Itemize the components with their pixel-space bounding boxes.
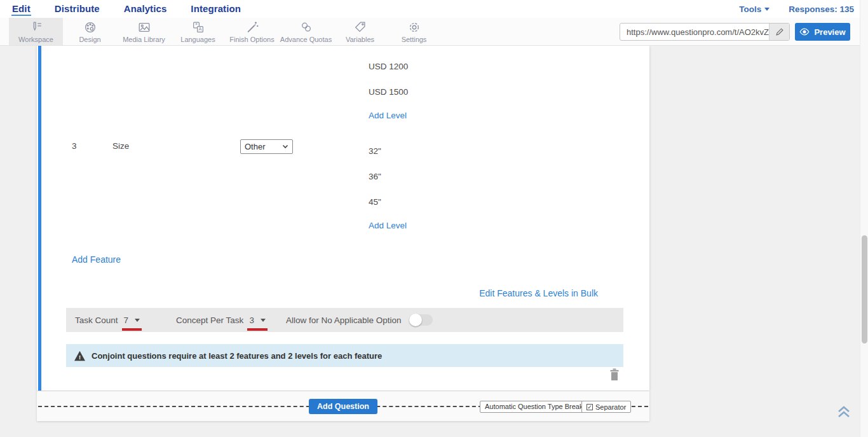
add-feature-link[interactable]: Add Feature	[72, 254, 121, 265]
edit-url-button[interactable]	[769, 24, 789, 40]
toolbar-item-advance-quotas[interactable]: Advance Quotas	[279, 18, 333, 45]
tab-edit[interactable]: Edit	[11, 2, 31, 16]
toolbar-item-variables[interactable]: Variables	[333, 18, 387, 45]
workspace-icon	[29, 20, 43, 34]
concept-per-task-label: Concept Per Task	[176, 316, 243, 325]
pencil-icon	[775, 27, 784, 36]
toolbar-item-label: Advance Quotas	[280, 36, 332, 43]
toolbar-item-label: Media Library	[123, 36, 165, 43]
chevron-down-icon	[764, 8, 770, 11]
selected-question-accent-bar	[38, 46, 41, 391]
feature-type-value: Other	[245, 142, 266, 151]
separator-label: Separator	[595, 403, 626, 411]
task-count-dropdown[interactable]: 7	[124, 316, 140, 325]
concept-per-task-red-underline	[247, 328, 268, 331]
tools-menu[interactable]: Tools	[739, 4, 770, 14]
preview-label: Preview	[814, 27, 845, 37]
survey-url-value: https://www.questionpro.com/t/AO2kvZ	[620, 27, 769, 37]
top-nav: Edit Distribute Analytics Integration To…	[0, 0, 868, 18]
concept-per-task-value: 3	[249, 316, 254, 325]
task-count-value: 7	[124, 316, 129, 325]
warning-text: Conjoint questions require at least 2 fe…	[92, 351, 382, 361]
toolbar-item-label: Settings	[402, 36, 427, 43]
top-nav-tabs: Edit Distribute Analytics Integration	[11, 2, 241, 16]
concept-per-task-dropdown[interactable]: 3	[249, 316, 266, 325]
toolbar-item-design[interactable]: Design	[63, 18, 117, 45]
variables-icon	[353, 20, 367, 34]
add-level-link[interactable]: Add Level	[369, 221, 407, 230]
level-item[interactable]: USD 1200	[369, 62, 408, 71]
toolbar-item-languages[interactable]: * A Languages	[171, 18, 225, 45]
chevron-down-icon	[282, 144, 288, 149]
level-item[interactable]: 45"	[369, 197, 381, 207]
add-level-link[interactable]: Add Level	[369, 111, 407, 120]
toolbar-item-label: Finish Options	[229, 36, 274, 43]
add-question-strip: Add Question Automatic Question Type Bre…	[37, 391, 649, 421]
page-scrollbar-thumb[interactable]	[862, 235, 867, 343]
level-item[interactable]: USD 1500	[369, 87, 408, 97]
media-library-icon	[137, 20, 151, 34]
settings-icon	[407, 20, 421, 34]
toolbar-item-workspace[interactable]: Workspace	[9, 18, 63, 45]
responses-count[interactable]: Responses: 135	[789, 4, 854, 14]
feature-name[interactable]: Size	[112, 141, 129, 151]
task-count-label: Task Count	[75, 316, 118, 325]
toolbar-item-label: Workspace	[18, 36, 53, 43]
languages-icon: * A	[191, 20, 205, 34]
level-item[interactable]: 36"	[369, 172, 381, 181]
add-question-button[interactable]: Add Question	[309, 399, 377, 414]
preview-button[interactable]: Preview	[795, 23, 850, 41]
task-count-red-underline	[122, 328, 142, 331]
toolbar-item-label: Languages	[180, 36, 215, 43]
level-item[interactable]: 32"	[369, 146, 381, 156]
conjoint-warning-banner: ! Conjoint questions require at least 2 …	[66, 344, 623, 367]
svg-text:*: *	[195, 22, 198, 28]
conjoint-controls-bar: Task Count 7 Concept Per Task 3 Allow fo…	[66, 308, 623, 332]
tools-label: Tools	[739, 4, 761, 14]
toolbar-item-finish-options[interactable]: Finish Options	[225, 18, 279, 45]
no-applicable-option-label: Allow for No Applicable Option	[286, 316, 402, 325]
auto-question-type-break-label: Automatic Question Type Break	[480, 401, 588, 413]
survey-url-field[interactable]: https://www.questionpro.com/t/AO2kvZ	[620, 23, 790, 41]
advance-quotas-icon	[299, 20, 313, 34]
design-icon	[83, 20, 97, 34]
bulk-edit-link[interactable]: Edit Features & Levels in Bulk	[479, 288, 598, 298]
toolbar-item-label: Variables	[346, 36, 374, 43]
toolbar-item-media-library[interactable]: Media Library	[117, 18, 171, 45]
page-scrollbar-track[interactable]	[860, 0, 868, 437]
svg-text:!: !	[79, 354, 81, 361]
tab-analytics[interactable]: Analytics	[123, 2, 168, 16]
warning-icon: !	[74, 350, 86, 361]
toolbar-item-label: Design	[79, 36, 100, 43]
scroll-to-top-icon[interactable]	[836, 405, 851, 419]
chevron-down-icon	[261, 319, 266, 322]
feature-index: 3	[72, 141, 77, 151]
feature-type-select[interactable]: Other	[240, 139, 293, 154]
tab-integration[interactable]: Integration	[190, 2, 241, 16]
top-nav-right: Tools Responses: 135	[739, 4, 854, 14]
question-editor-panel: USD 1200 USD 1500 Add Level 3 Size Other…	[37, 46, 649, 391]
toolbar-item-settings[interactable]: Settings	[387, 18, 441, 45]
delete-question-icon[interactable]	[609, 368, 620, 381]
finish-options-icon	[245, 20, 259, 34]
separator-checkbox[interactable]: ✓ Separator	[581, 401, 631, 413]
svg-text:A: A	[198, 26, 201, 32]
tab-distribute[interactable]: Distribute	[54, 2, 100, 16]
toggle-knob	[409, 314, 422, 326]
no-applicable-option-toggle[interactable]	[410, 314, 433, 326]
chevron-down-icon	[135, 319, 140, 322]
eye-icon	[799, 28, 810, 36]
checkbox-checked-icon[interactable]: ✓	[587, 404, 593, 410]
